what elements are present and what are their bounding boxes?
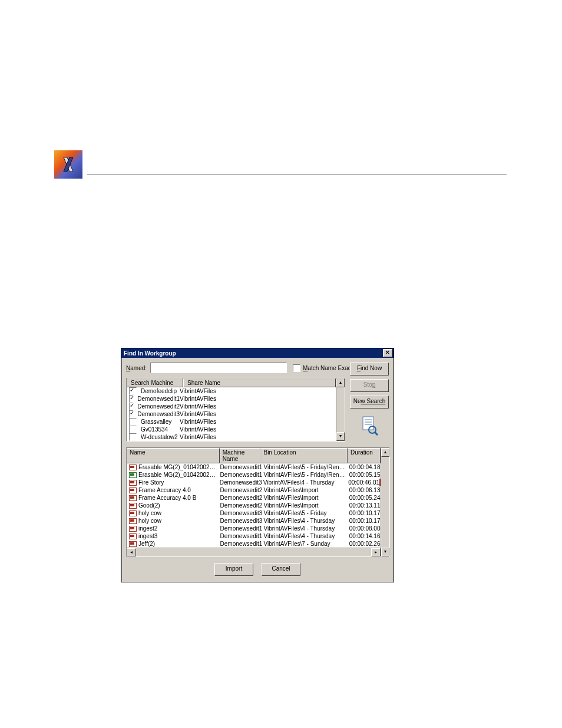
result-row[interactable]: holy cowDemonewsedit3VibrintAVFiles\4 - … bbox=[127, 517, 381, 525]
scroll-down-icon[interactable]: ▾ bbox=[336, 432, 345, 441]
result-name: ingest3 bbox=[138, 533, 157, 539]
svg-rect-0 bbox=[363, 417, 373, 430]
result-row[interactable]: Fire StoryDemonewsedit3VibrintAVFiles\4 … bbox=[127, 479, 381, 486]
result-bin: VibrintAVFiles\5 - Friday\Rendered Cli..… bbox=[262, 464, 347, 470]
machine-name: Demonewsedit1 bbox=[137, 396, 180, 402]
result-duration: 00:00:13.11 bbox=[347, 502, 381, 509]
result-name: Fire Story bbox=[138, 479, 164, 486]
result-row[interactable]: ingest2Demonewsedit1VibrintAVFiles\4 - T… bbox=[127, 525, 381, 532]
result-bin: VibrintAVFiles\4 - Thursday bbox=[262, 518, 347, 524]
import-button[interactable]: Import bbox=[214, 563, 253, 576]
machine-row[interactable]: DemofeedclipVibrintAVFiles bbox=[127, 387, 336, 395]
result-name: Jeff(2) bbox=[138, 541, 155, 547]
results-v-scrollbar[interactable]: ▴ ▾ bbox=[381, 448, 389, 556]
new-search-button[interactable]: New Search bbox=[350, 396, 389, 409]
result-row[interactable]: Erasable MG(2)_010420021757432...Demonew… bbox=[127, 471, 381, 479]
results-header-duration[interactable]: Duration bbox=[348, 448, 381, 463]
results-header-machine[interactable]: Machine Name bbox=[220, 448, 261, 463]
results-h-scrollbar[interactable]: ◂ ▸ bbox=[127, 548, 381, 556]
machine-checkbox[interactable] bbox=[129, 418, 137, 426]
divider bbox=[87, 174, 507, 175]
result-duration: 00:00:04.18 bbox=[347, 464, 381, 470]
result-row[interactable]: Jeff(2)Demonewsedit1VibrintAVFiles\7 - S… bbox=[127, 540, 381, 548]
result-row[interactable]: Good(2)Demonewsedit2VibrintAVFiles\Impor… bbox=[127, 502, 381, 509]
machine-checkbox[interactable] bbox=[129, 433, 137, 441]
machine-row[interactable]: GrassvalleyVibrintAVFiles bbox=[127, 418, 336, 426]
result-duration: 00:00:05.15 bbox=[347, 472, 381, 478]
dialog-title: Find In Workgroup bbox=[124, 350, 176, 357]
clip-icon bbox=[129, 510, 137, 516]
result-duration: 00:00:02.26 bbox=[347, 541, 381, 547]
result-row[interactable]: ingest3Demonewsedit1VibrintAVFiles\4 - T… bbox=[127, 532, 381, 540]
clip-icon bbox=[129, 526, 137, 532]
machine-row[interactable]: Gv013534VibrintAVFiles bbox=[127, 426, 336, 433]
machine-scrollbar[interactable]: ▴ ▾ bbox=[336, 378, 345, 441]
result-bin: VibrintAVFiles\5 - Friday bbox=[262, 510, 347, 516]
result-bin: VibrintAVFiles\7 - Sunday bbox=[262, 541, 347, 547]
scroll-right-icon[interactable]: ▸ bbox=[371, 548, 381, 556]
match-name-exactly-checkbox[interactable] bbox=[293, 364, 300, 372]
result-duration: 00:00:10.17 bbox=[347, 518, 381, 524]
machine-name: Demonewsedit3 bbox=[137, 411, 180, 417]
scroll-up-icon[interactable]: ▴ bbox=[336, 378, 345, 387]
machine-row[interactable]: Demonewsedit3VibrintAVFiles bbox=[127, 410, 336, 418]
clip-icon bbox=[129, 518, 137, 524]
result-row[interactable]: Frame Accuracy 4.0Demonewsedit2VibrintAV… bbox=[127, 486, 381, 494]
result-machine: Demonewsedit1 bbox=[218, 464, 262, 470]
machine-row[interactable]: Demonewsedit1VibrintAVFiles bbox=[127, 395, 336, 403]
result-row[interactable]: Erasable MG(2)_010420021757252...Demonew… bbox=[127, 463, 381, 471]
result-duration: 00:00:46.01 bbox=[346, 479, 381, 486]
clip-icon bbox=[129, 495, 137, 501]
scroll-left-icon[interactable]: ◂ bbox=[127, 548, 136, 556]
result-machine: Demonewsedit3 bbox=[218, 518, 262, 524]
machine-share: VibrintAVFiles bbox=[180, 388, 333, 394]
clip-icon bbox=[129, 480, 137, 486]
stop-button: Stop bbox=[350, 379, 389, 392]
result-name: Frame Accuracy 4.0 bbox=[138, 487, 191, 493]
result-bin: VibrintAVFiles\5 - Friday\Rendered Cli..… bbox=[262, 472, 347, 478]
results-header-name[interactable]: Name bbox=[127, 448, 220, 463]
search-input[interactable] bbox=[150, 363, 287, 373]
cancel-button[interactable]: Cancel bbox=[262, 563, 300, 576]
results-list: Name Machine Name Bin Location Duration … bbox=[126, 447, 390, 557]
machine-share: VibrintAVFiles bbox=[180, 434, 333, 440]
results-header-bin[interactable]: Bin Location bbox=[260, 448, 348, 463]
machine-list: Search Machine Share Name DemofeedclipVi… bbox=[126, 378, 345, 442]
scroll-up-icon[interactable]: ▴ bbox=[381, 448, 389, 457]
result-name: Erasable MG(2)_010420021757252... bbox=[138, 464, 218, 470]
title-bar[interactable]: Find In Workgroup ✕ bbox=[121, 348, 394, 358]
close-icon[interactable]: ✕ bbox=[383, 349, 392, 357]
search-document-icon bbox=[350, 416, 389, 437]
result-bin: VibrintAVFiles\4 - Thursday bbox=[262, 525, 347, 532]
result-row[interactable]: holy cowDemonewsedit3VibrintAVFiles\5 - … bbox=[127, 509, 381, 517]
clip-icon bbox=[129, 472, 137, 478]
result-bin: VibrintAVFiles\4 - Thursday bbox=[261, 479, 346, 486]
machine-name: Demonewsedit2 bbox=[137, 403, 180, 410]
machine-row[interactable]: Demonewsedit2VibrintAVFiles bbox=[127, 403, 336, 410]
machine-header-share[interactable]: Share Name bbox=[183, 378, 336, 387]
match-name-exactly-label: Match Name Exactly bbox=[303, 365, 357, 371]
machine-share: VibrintAVFiles bbox=[180, 426, 333, 433]
result-duration: 00:00:08.00 bbox=[347, 525, 381, 532]
svg-line-5 bbox=[375, 432, 378, 435]
machine-name: W-dcustalow2 bbox=[141, 434, 178, 440]
result-row[interactable]: Frame Accuracy 4.0 BDemonewsedit2Vibrint… bbox=[127, 494, 381, 502]
result-duration: 00:00:14.16 bbox=[347, 533, 381, 539]
result-bin: VibrintAVFiles\Import bbox=[262, 487, 347, 493]
app-logo-icon bbox=[54, 150, 82, 179]
machine-checkbox[interactable] bbox=[129, 410, 133, 418]
scroll-down-icon[interactable]: ▾ bbox=[381, 548, 389, 556]
result-machine: Demonewsedit1 bbox=[218, 533, 262, 539]
result-duration: 00:00:05.24 bbox=[347, 495, 381, 501]
result-bin: VibrintAVFiles\4 - Thursday bbox=[262, 533, 347, 539]
machine-checkbox[interactable] bbox=[129, 426, 137, 433]
machine-header-search[interactable]: Search Machine bbox=[127, 378, 183, 387]
clip-icon bbox=[129, 541, 137, 547]
result-name: Good(2) bbox=[138, 502, 160, 509]
machine-share: VibrintAVFiles bbox=[180, 419, 333, 425]
result-machine: Demonewsedit3 bbox=[217, 479, 261, 486]
result-machine: Demonewsedit2 bbox=[218, 495, 262, 501]
clip-icon bbox=[129, 487, 137, 493]
machine-row[interactable]: W-dcustalow2VibrintAVFiles bbox=[127, 433, 336, 441]
find-now-button[interactable]: Find Now bbox=[350, 363, 389, 375]
